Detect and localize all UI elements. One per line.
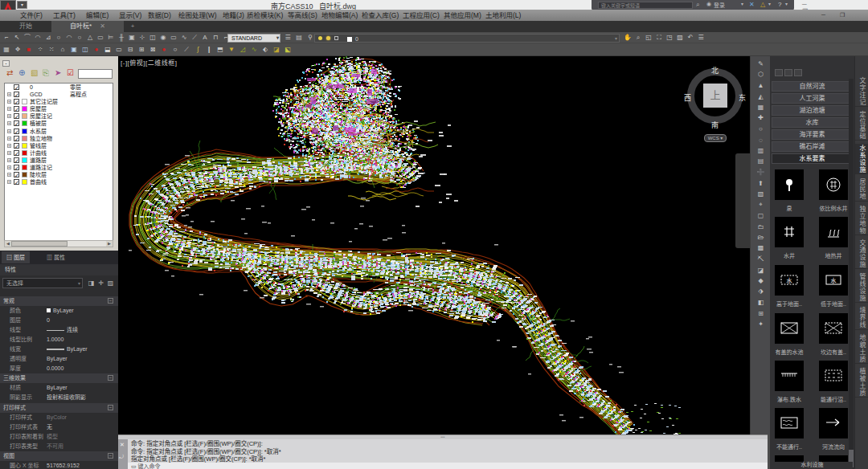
svg-text:水: 水 <box>831 277 837 283</box>
svg-text:水: 水 <box>787 277 792 283</box>
